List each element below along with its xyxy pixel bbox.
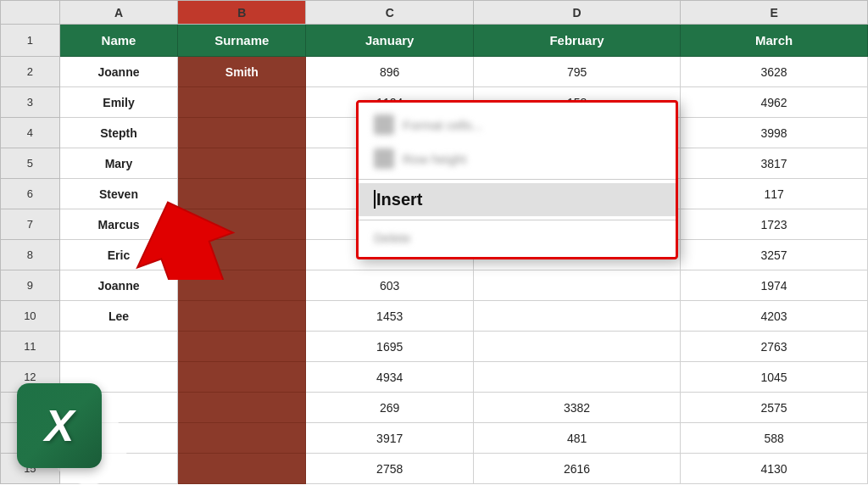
cell-february-row14[interactable]: 481 (474, 423, 681, 454)
excel-logo: X (17, 383, 102, 468)
menu-item-delete[interactable]: Delete (359, 224, 676, 252)
cell-march-row15[interactable]: 4130 (681, 454, 868, 484)
col-header-a[interactable]: A (59, 1, 178, 25)
cell-february-row9[interactable] (474, 270, 681, 301)
menu-item-row-height-label: Row height (403, 152, 466, 166)
cell-name-row9[interactable]: Joanne (59, 270, 178, 301)
menu-item-insert[interactable]: Insert (359, 183, 676, 216)
col-header-b[interactable]: B (178, 1, 306, 25)
cell-name-row10[interactable]: Lee (59, 301, 178, 332)
cell-surname-row5[interactable] (178, 148, 306, 179)
cell-name-row3[interactable]: Emily (59, 87, 178, 118)
excel-x-letter: X (45, 404, 75, 448)
cell-surname-row10[interactable] (178, 301, 306, 332)
header-march: March (681, 25, 868, 57)
row-num-9: 9 (1, 270, 60, 301)
cell-january-row15[interactable]: 2758 (306, 454, 474, 484)
cell-name-row11[interactable] (59, 332, 178, 362)
cell-february-row11[interactable] (474, 332, 681, 362)
cell-march-row6[interactable]: 117 (681, 179, 868, 209)
row-num-2: 2 (1, 57, 60, 87)
cell-march-row10[interactable]: 4203 (681, 301, 868, 332)
cell-february-row12[interactable] (474, 362, 681, 393)
cell-january-row2[interactable]: 896 (306, 57, 474, 87)
cell-surname-row3[interactable] (178, 87, 306, 118)
cell-surname-row14[interactable] (178, 423, 306, 454)
cell-january-row12[interactable]: 4934 (306, 362, 474, 393)
row-height-icon (374, 148, 394, 169)
excel-logo-background: X (17, 383, 102, 468)
cell-march-row3[interactable]: 4962 (681, 87, 868, 118)
cell-january-row14[interactable]: 3917 (306, 423, 474, 454)
cell-march-row8[interactable]: 3257 (681, 240, 868, 270)
col-header-c[interactable]: C (306, 1, 474, 25)
cell-name-row4[interactable]: Stepth (59, 118, 178, 148)
cell-surname-row8[interactable] (178, 240, 306, 270)
cell-january-row10[interactable]: 1453 (306, 301, 474, 332)
cell-january-row11[interactable]: 1695 (306, 332, 474, 362)
cell-march-row14[interactable]: 588 (681, 423, 868, 454)
row-num-7: 7 (1, 209, 60, 240)
cell-surname-row6[interactable] (178, 179, 306, 209)
cell-name-row6[interactable]: Steven (59, 179, 178, 209)
header-january: January (306, 25, 474, 57)
cell-surname-row13[interactable] (178, 393, 306, 423)
row-num-5: 5 (1, 148, 60, 179)
menu-item-delete-label: Delete (374, 231, 410, 245)
cell-name-row8[interactable]: Eric (59, 240, 178, 270)
row-num-1: 1 (1, 25, 60, 57)
cell-january-row9[interactable]: 603 (306, 270, 474, 301)
cell-surname-row9[interactable] (178, 270, 306, 301)
menu-item-insert-label: Insert (374, 190, 422, 209)
cell-surname-row15[interactable] (178, 454, 306, 484)
header-name: Name (59, 25, 178, 57)
context-menu: Format cells... Row height Insert Delete (356, 100, 678, 259)
cell-name-row5[interactable]: Mary (59, 148, 178, 179)
cell-name-row7[interactable]: Marcus (59, 209, 178, 240)
cell-february-row2[interactable]: 795 (474, 57, 681, 87)
row-num-10: 10 (1, 301, 60, 332)
cell-march-row9[interactable]: 1974 (681, 270, 868, 301)
cell-march-row5[interactable]: 3817 (681, 148, 868, 179)
format-cells-icon (374, 114, 394, 135)
cell-february-row15[interactable]: 2616 (474, 454, 681, 484)
cell-surname-row11[interactable] (178, 332, 306, 362)
row-num-11: 11 (1, 332, 60, 362)
header-february: February (474, 25, 681, 57)
cell-february-row13[interactable]: 3382 (474, 393, 681, 423)
cell-march-row4[interactable]: 3998 (681, 118, 868, 148)
cell-surname-row7[interactable] (178, 209, 306, 240)
cell-march-row11[interactable]: 2763 (681, 332, 868, 362)
cell-name-row2[interactable]: Joanne (59, 57, 178, 87)
menu-divider-2 (359, 220, 676, 220)
cell-march-row12[interactable]: 1045 (681, 362, 868, 393)
col-header-d[interactable]: D (474, 1, 681, 25)
row-num-4: 4 (1, 118, 60, 148)
spreadsheet: A B C D E 1 Name Surname January Februar… (0, 0, 868, 485)
cell-surname-row12[interactable] (178, 362, 306, 393)
menu-divider (359, 179, 676, 180)
col-header-rownum (1, 1, 60, 25)
cell-march-row7[interactable]: 1723 (681, 209, 868, 240)
cell-march-row13[interactable]: 2575 (681, 393, 868, 423)
menu-item-format-cells-label: Format cells... (403, 118, 482, 132)
cell-march-row2[interactable]: 3628 (681, 57, 868, 87)
col-header-e[interactable]: E (681, 1, 868, 25)
cell-surname-row4[interactable] (178, 118, 306, 148)
row-num-6: 6 (1, 179, 60, 209)
row-num-8: 8 (1, 240, 60, 270)
row-num-3: 3 (1, 87, 60, 118)
cell-january-row13[interactable]: 269 (306, 393, 474, 423)
menu-item-row-height[interactable]: Row height (359, 142, 676, 176)
cell-surname-row2[interactable]: Smith (178, 57, 306, 87)
header-surname: Surname (178, 25, 306, 57)
menu-item-format-cells[interactable]: Format cells... (359, 108, 676, 142)
cell-february-row10[interactable] (474, 301, 681, 332)
